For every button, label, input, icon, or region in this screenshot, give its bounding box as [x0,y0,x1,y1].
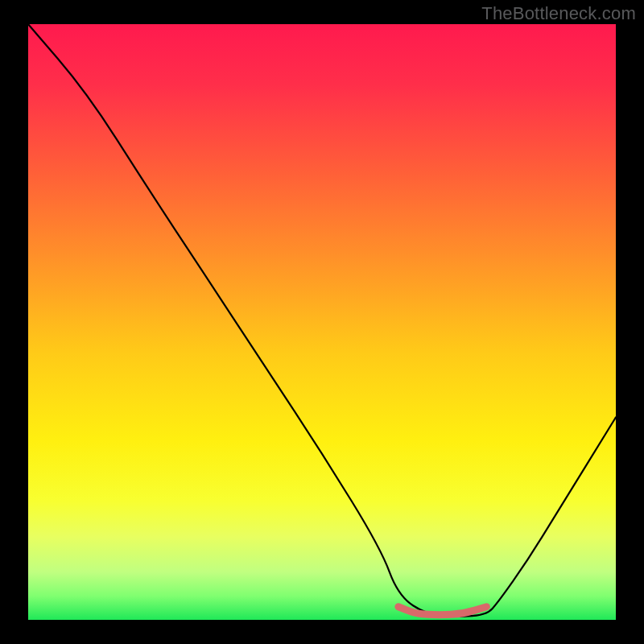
optimal-range-highlight [398,607,487,615]
bottleneck-curve [28,24,616,617]
plot-area [28,24,616,620]
curve-layer [28,24,616,620]
watermark-text: TheBottleneck.com [481,3,636,24]
chart-container: TheBottleneck.com [0,0,644,644]
